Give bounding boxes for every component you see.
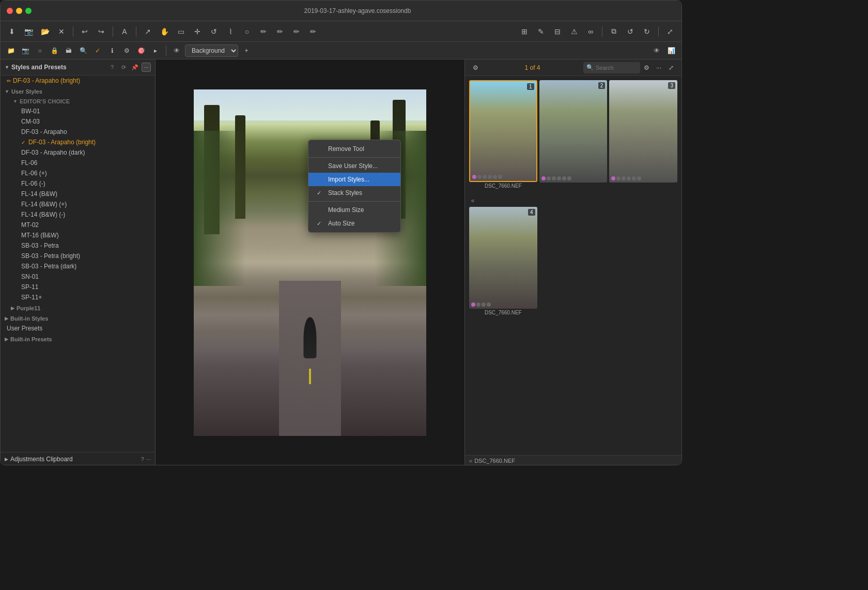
circle-tool[interactable]: ○ [240, 24, 254, 39]
current-style-item[interactable]: ✏ DF-03 - Arapaho (bright) [1, 75, 155, 86]
crosshair-tool[interactable]: ✛ [190, 24, 205, 39]
histogram-icon[interactable]: 📊 [665, 44, 677, 57]
built-in-presets-section[interactable]: ▶ Built-in Presets [1, 334, 155, 344]
rotate-tool[interactable]: ↺ [207, 24, 221, 39]
filmstrip-more-icon[interactable]: ··· [653, 62, 665, 74]
lock-icon[interactable]: 🔒 [48, 44, 60, 57]
infinity-btn[interactable]: ∞ [583, 24, 598, 39]
clipboard-more[interactable]: ··· [146, 456, 151, 462]
select-tool[interactable]: ↗ [141, 24, 155, 39]
panel-pin-btn[interactable]: 📌 [130, 63, 140, 72]
clipboard-help[interactable]: ? [141, 456, 144, 462]
style-sb03-petra-dark[interactable]: SB-03 - Petra (dark) [1, 261, 155, 271]
filmstrip-gear-icon[interactable]: ⚙ [640, 62, 653, 74]
style-sb03-petra[interactable]: SB-03 - Petra [1, 240, 155, 251]
grid-btn[interactable]: ⊞ [517, 24, 532, 39]
undo-btn[interactable]: ↩ [78, 24, 92, 39]
panel-more-btn[interactable]: ··· [142, 63, 151, 72]
sync-left-btn[interactable]: ↺ [623, 24, 638, 39]
filmstrip-expand-icon[interactable]: ⤢ [665, 62, 677, 74]
compare-btn[interactable]: ⊟ [550, 24, 565, 39]
warning-btn[interactable]: ⚠ [567, 24, 581, 39]
thumbnail-1[interactable]: 1 [469, 80, 537, 182]
check-icon[interactable]: ✓ [91, 44, 104, 57]
style-mt16-bw[interactable]: MT-16 (B&W) [1, 230, 155, 240]
user-presets-section[interactable]: User Presets [1, 323, 155, 334]
info-icon[interactable]: ℹ [106, 44, 118, 57]
user-styles-section[interactable]: ▼ User Styles [1, 86, 155, 96]
save-user-style-item[interactable]: Save User Style... [308, 159, 400, 173]
adjustments-clipboard-section[interactable]: ▶ Adjustments Clipboard ? ··· [1, 452, 155, 465]
target-icon[interactable]: 🎯 [135, 44, 147, 57]
close-button[interactable] [7, 8, 13, 14]
rect-tool[interactable]: ▭ [174, 24, 188, 39]
style-fl06-label: FL-06 [21, 159, 37, 167]
mountain-icon[interactable]: 🏔 [63, 44, 75, 57]
hand-tool[interactable]: ✋ [157, 24, 172, 39]
settings-icon[interactable]: ⚙ [120, 44, 133, 57]
style-fl06-minus[interactable]: FL-06 (-) [1, 178, 155, 189]
thumbnail-2[interactable]: 2 [539, 80, 608, 183]
medium-size-item[interactable]: Medium Size [308, 203, 400, 217]
auto-size-item[interactable]: Auto Size [308, 217, 400, 230]
background-select[interactable]: Background [185, 44, 238, 57]
visibility-icon[interactable]: 👁 [650, 44, 663, 57]
thumbnail-3[interactable]: 3 [609, 80, 677, 183]
import-styles-item[interactable]: Import Styles... [308, 173, 400, 186]
style-mt02[interactable]: MT-02 [1, 220, 155, 230]
maximize-button[interactable] [25, 8, 32, 14]
folder-icon[interactable]: 📁 [5, 44, 17, 57]
style-fl06[interactable]: FL-06 [1, 158, 155, 168]
style-sb03-petra-dark-label: SB-03 - Petra (dark) [21, 263, 76, 270]
style-fl14-bw-minus[interactable]: FL-14 (B&W) (-) [1, 209, 155, 220]
pencil-tool[interactable]: ✏ [273, 24, 287, 39]
filmstrip-settings-icon[interactable]: ⚙ [469, 62, 482, 74]
collapse-left-btn[interactable]: « [469, 194, 476, 207]
editors-choice-section[interactable]: ▼ EDITOR'S CHOICE [1, 96, 155, 106]
style-df03-arapaho-bright[interactable]: ✓ DF-03 - Arapaho (bright) [1, 137, 155, 147]
style-df03-arapaho-dark[interactable]: DF-03 - Arapaho (dark) [1, 147, 155, 158]
redo-btn[interactable]: ↪ [94, 24, 109, 39]
more-tools-icon[interactable]: ▸ [149, 44, 162, 57]
clone-tool[interactable]: ✏ [306, 24, 320, 39]
purple11-section[interactable]: ▶ Purple11 [1, 302, 155, 313]
style-fl14-bw-plus[interactable]: FL-14 (B&W) (+) [1, 199, 155, 209]
collapse-icon[interactable]: « [469, 458, 472, 464]
circle-icon[interactable]: ○ [34, 44, 46, 57]
layers-btn[interactable]: ⧉ [607, 24, 621, 39]
built-in-styles-section[interactable]: ▶ Built-in Styles [1, 313, 155, 323]
style-sp11-plus[interactable]: SP-11+ [1, 292, 155, 302]
style-sb03-petra-bright[interactable]: SB-03 - Petra (bright) [1, 251, 155, 261]
pen-tool[interactable]: ✏ [256, 24, 271, 39]
eraser-tool[interactable]: ✏ [289, 24, 304, 39]
eye-icon[interactable]: 👁 [171, 44, 183, 57]
remove-tool-item[interactable]: Remove Tool [308, 142, 400, 156]
filmstrip-search[interactable]: 🔍 [583, 62, 640, 73]
close-btn[interactable]: ✕ [54, 24, 69, 39]
expand-btn[interactable]: ⤢ [663, 24, 677, 39]
style-sn01[interactable]: SN-01 [1, 271, 155, 282]
search-input[interactable] [596, 65, 637, 71]
panel-help-btn[interactable]: ? [107, 63, 117, 72]
dot3-1 [611, 176, 615, 180]
thumbnail-4[interactable]: 4 [469, 207, 537, 309]
open-btn[interactable]: 📂 [38, 24, 52, 39]
stack-styles-item[interactable]: Stack Styles [308, 186, 400, 200]
download-btn[interactable]: ⬇ [5, 24, 19, 39]
add-background-btn[interactable]: + [240, 44, 253, 57]
style-sp11[interactable]: SP-11 [1, 282, 155, 292]
panel-sync-btn[interactable]: ⟳ [119, 63, 128, 72]
style-fl14-bw[interactable]: FL-14 (B&W) [1, 189, 155, 199]
style-df03-arapaho[interactable]: DF-03 - Arapaho [1, 127, 155, 137]
search-icon[interactable]: 🔍 [77, 44, 89, 57]
camera-btn[interactable]: 📷 [21, 24, 36, 39]
style-cm03[interactable]: CM-03 [1, 116, 155, 127]
style-fl06-plus[interactable]: FL-06 (+) [1, 168, 155, 178]
minimize-button[interactable] [16, 8, 22, 14]
brush-tool[interactable]: ⌇ [223, 24, 238, 39]
sync-right-btn[interactable]: ↻ [640, 24, 654, 39]
style-bw01[interactable]: BW-01 [1, 106, 155, 116]
edit-btn[interactable]: ✎ [534, 24, 548, 39]
camera-icon[interactable]: 📷 [19, 44, 32, 57]
text-btn[interactable]: A [117, 24, 132, 39]
